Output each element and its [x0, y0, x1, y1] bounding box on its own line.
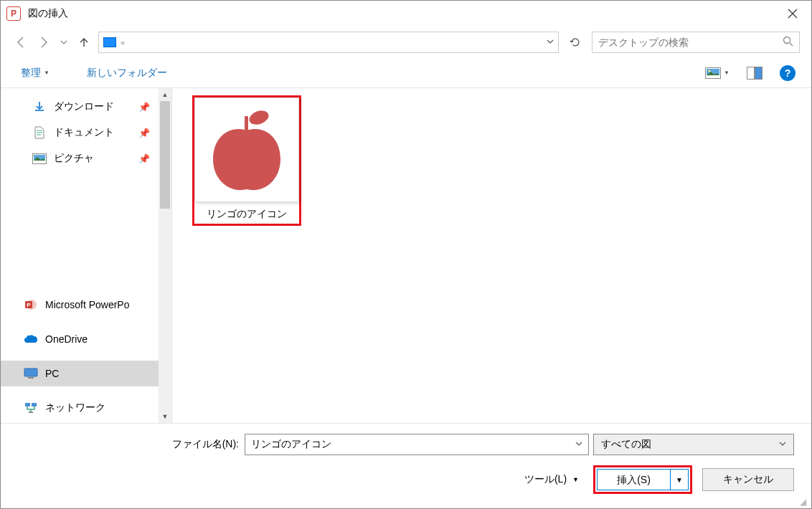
titlebar: P 図の挿入 [1, 1, 811, 27]
back-button[interactable] [12, 34, 29, 51]
preview-pane-button[interactable] [747, 67, 763, 80]
sidebar-item-label: OneDrive [45, 333, 88, 345]
arrow-up-icon [77, 36, 90, 49]
help-button[interactable]: ? [780, 65, 796, 81]
navigation-bar: « [1, 27, 811, 58]
file-name-label: リンゴのアイコン [194, 202, 299, 224]
svg-rect-17 [245, 116, 248, 132]
sidebar-scrollbar[interactable]: ▲ ▼ [159, 88, 171, 423]
tree: ダウンロード 📌 ドキュメント 📌 ピクチャ 📌 [1, 88, 159, 423]
svg-rect-11 [24, 368, 37, 376]
up-button[interactable] [75, 34, 93, 51]
sidebar-item-blank[interactable] [1, 249, 159, 275]
sidebar-item-onedrive[interactable]: OneDrive [1, 326, 159, 352]
svg-point-16 [247, 108, 270, 127]
body-area: ダウンロード 📌 ドキュメント 📌 ピクチャ 📌 [1, 88, 811, 423]
file-type-filter[interactable]: すべての図 [593, 434, 794, 455]
powerpoint-app-icon: P [6, 6, 21, 21]
svg-point-3 [709, 70, 711, 72]
monitor-icon [103, 37, 116, 47]
file-thumbnail [194, 97, 299, 202]
organize-button[interactable]: 整理 ▼ [16, 64, 54, 82]
powerpoint-icon: P [24, 298, 38, 312]
sidebar-item-label: PC [45, 368, 59, 379]
svg-rect-13 [25, 403, 30, 406]
sidebar-item-label: ネットワーク [45, 401, 105, 414]
filter-label: すべての図 [601, 438, 651, 451]
sidebar-item-documents[interactable]: ドキュメント 📌 [1, 120, 159, 146]
chevron-down-icon: ▼ [44, 70, 49, 76]
resize-grip-icon[interactable]: ◢ [800, 497, 810, 507]
apple-icon [200, 103, 293, 196]
sidebar-item-label: ドキュメント [54, 126, 114, 139]
search-icon [783, 36, 793, 49]
insert-button[interactable]: 挿入(S) ▼ [597, 469, 689, 490]
pc-icon [24, 366, 38, 381]
sidebar-item-label: ピクチャ [54, 152, 94, 165]
sidebar-item-pc[interactable]: PC [1, 361, 159, 386]
picture-icon [705, 67, 721, 79]
view-mode-button[interactable] [705, 67, 721, 79]
refresh-icon [570, 37, 581, 48]
breadcrumb-chevrons: « [121, 38, 125, 47]
document-icon [32, 125, 47, 140]
toolbar: 整理 ▼ 新しいフォルダー ▼ ? [1, 58, 811, 88]
scroll-up-icon[interactable]: ▲ [159, 88, 171, 101]
filename-label: ファイル名(N): [172, 438, 239, 451]
file-list[interactable]: リンゴのアイコン [171, 88, 811, 423]
close-button[interactable] [774, 1, 811, 27]
insert-button-dropdown[interactable]: ▼ [671, 476, 688, 484]
search-input[interactable] [598, 37, 783, 48]
scroll-down-icon[interactable]: ▼ [159, 410, 171, 423]
pin-icon: 📌 [138, 153, 150, 164]
panes-icon [747, 67, 763, 80]
svg-rect-4 [747, 67, 755, 79]
pin-icon: 📌 [138, 102, 150, 113]
view-mode-dropdown[interactable]: ▼ [724, 70, 730, 76]
chevron-down-icon [60, 39, 67, 46]
svg-rect-12 [28, 377, 34, 379]
sidebar-item-blank[interactable] [1, 223, 159, 249]
download-icon [32, 100, 47, 114]
scroll-thumb[interactable] [160, 101, 170, 209]
search-box[interactable] [592, 32, 800, 53]
svg-rect-15 [29, 412, 33, 413]
sidebar-item-network[interactable]: ネットワーク [1, 395, 159, 421]
new-folder-button[interactable]: 新しいフォルダー [82, 64, 171, 82]
forward-button[interactable] [35, 34, 52, 51]
svg-point-0 [784, 37, 790, 44]
insert-button-highlight: 挿入(S) ▼ [593, 465, 692, 494]
pin-icon: 📌 [138, 128, 150, 138]
bottom-panel: ファイル名(N): リンゴのアイコン すべての図 ツール(L) ▼ 挿入(S) … [1, 423, 811, 508]
filename-input[interactable]: リンゴのアイコン [245, 434, 589, 455]
chevron-down-icon[interactable] [575, 440, 582, 449]
sidebar-item-downloads[interactable]: ダウンロード 📌 [1, 94, 159, 120]
onedrive-icon [24, 332, 38, 346]
chevron-down-icon: ▼ [572, 476, 579, 483]
chevron-down-icon[interactable] [547, 38, 554, 47]
insert-picture-dialog: P 図の挿入 « [0, 0, 812, 509]
sidebar-item-powerpoint[interactable]: P Microsoft PowerPo [1, 292, 159, 318]
sidebar-item-blank[interactable] [1, 171, 159, 197]
refresh-button[interactable] [565, 32, 586, 53]
svg-rect-5 [755, 67, 763, 79]
sidebar-item-blank[interactable] [1, 197, 159, 223]
pictures-icon [32, 151, 47, 166]
scroll-track[interactable] [159, 101, 171, 410]
sidebar-item-label: ダウンロード [54, 100, 114, 113]
svg-rect-14 [32, 403, 37, 406]
chevron-down-icon [779, 440, 786, 449]
filename-value: リンゴのアイコン [251, 438, 331, 451]
arrow-left-icon [14, 36, 27, 49]
recent-locations-button[interactable] [58, 34, 70, 51]
address-bar[interactable]: « [98, 32, 559, 53]
close-icon [788, 9, 798, 19]
sidebar-item-pictures[interactable]: ピクチャ 📌 [1, 146, 159, 171]
window-title: 図の挿入 [28, 7, 68, 20]
file-item-apple[interactable]: リンゴのアイコン [192, 95, 301, 226]
tools-button[interactable]: ツール(L) ▼ [520, 470, 583, 489]
network-icon [24, 401, 38, 415]
cancel-button[interactable]: キャンセル [702, 468, 794, 491]
navigation-pane: ダウンロード 📌 ドキュメント 📌 ピクチャ 📌 [1, 88, 171, 423]
arrow-right-icon [37, 36, 50, 49]
